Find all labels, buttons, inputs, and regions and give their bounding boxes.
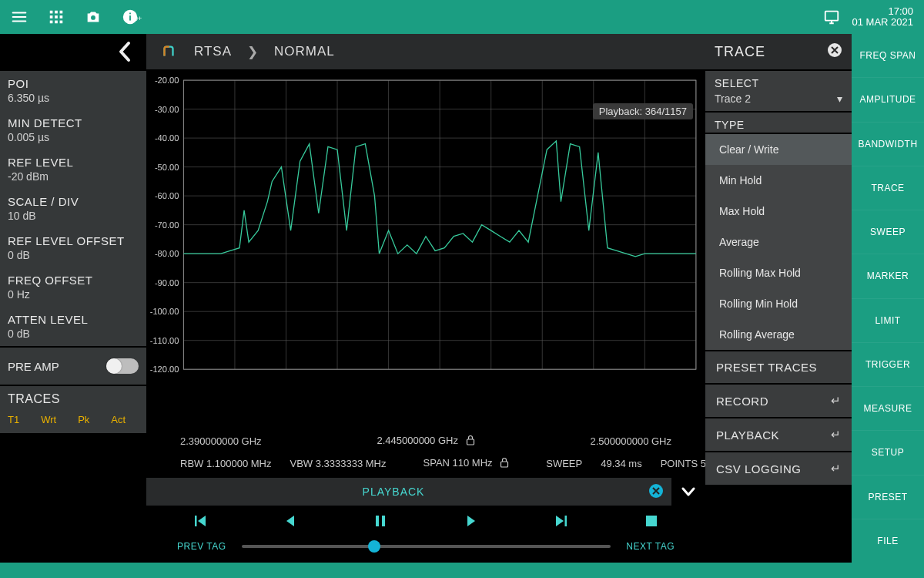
trace-wrt: Wrt [41,414,56,425]
top-bar: 9+ 17:00 01 MAR 2021 [0,0,924,34]
type-option[interactable]: Rolling Average [705,319,852,350]
lock-icon [500,457,509,470]
type-label: TYPE [705,113,852,133]
left-item-4[interactable]: REF LEVEL OFFSET0 dB [0,228,146,267]
type-option[interactable]: Min Hold [705,165,852,196]
playback-position-badge: Playback: 364/1157 [593,103,693,119]
left-item-value: 10 dB [8,210,139,222]
svg-point-9 [91,15,95,20]
left-item-1[interactable]: MIN DETECT0.005 µs [0,110,146,150]
seek-row: PREV TAG NEXT TAG [146,536,705,563]
left-item-value: 0 Hz [8,288,139,301]
menu-freq-span[interactable]: FREQ SPAN [852,34,924,77]
menu-setup[interactable]: SETUP [852,430,924,474]
preset-traces-button[interactable]: PRESET TRACES [705,351,852,383]
menu-sweep[interactable]: SWEEP [852,210,924,254]
type-options: Clear / WriteMin HoldMax HoldAverageRoll… [705,134,852,350]
trace-panel: TRACE SELECT Trace 2 ▾ TYPE Clear / Writ… [705,34,852,563]
left-item-3[interactable]: SCALE / DIV10 dB [0,189,146,228]
trace-select[interactable]: SELECT Trace 2 ▾ [705,71,852,111]
stop-button[interactable] [628,514,675,531]
camera-icon[interactable] [85,8,102,25]
next-tag-button[interactable]: NEXT TAG [626,541,675,552]
menu-amplitude[interactable]: AMPLITUDE [852,77,924,121]
playback-close-button[interactable] [641,483,671,501]
trace-panel-close-button[interactable] [827,42,842,62]
csv-logging-button[interactable]: CSV LOGGING ↵ [705,452,852,485]
seek-slider[interactable] [242,545,611,548]
left-item-value: 6.350 µs [8,92,139,104]
left-item-2[interactable]: REF LEVEL-20 dBm [0,150,146,189]
trace-panel-title: TRACE [715,44,765,60]
mode-icon[interactable] [159,42,179,62]
menu-icon[interactable] [11,8,28,25]
left-item-6[interactable]: ATTEN LEVEL0 dB [0,307,146,346]
span-value: SPAN 110 MHz [424,457,493,469]
back-button[interactable] [0,34,146,69]
menu-measure[interactable]: MEASURE [852,386,924,430]
left-item-5[interactable]: FREQ OFFSET0 Hz [0,267,146,307]
bottom-strip [0,563,924,578]
menu-file[interactable]: FILE [852,519,924,563]
playback-title: PLAYBACK [146,486,641,498]
left-item-0[interactable]: POI6.350 µs [0,71,146,110]
step-forward-button[interactable] [448,513,494,532]
traces-header: TRACES [8,392,139,406]
spectrum-plot[interactable]: -20.00-30.00-40.00-50.00-60.00-70.00-80.… [146,69,705,428]
step-back-button[interactable] [267,513,313,532]
type-option[interactable]: Rolling Max Hold [705,257,852,288]
pause-button[interactable] [357,513,403,532]
svg-text:-30.00: -30.00 [155,105,179,114]
type-option[interactable]: Average [705,227,852,257]
right-menu: FREQ SPANAMPLITUDEBANDWIDTHTRACESWEEPMAR… [852,34,924,563]
notification-badge: 9+ [134,15,142,32]
display-icon[interactable] [823,8,840,25]
skip-start-button[interactable] [177,513,223,532]
trace-select-label: SELECT [715,77,842,89]
menu-trigger[interactable]: TRIGGER [852,342,924,386]
menu-limit[interactable]: LIMIT [852,298,924,342]
svg-rect-48 [467,439,474,445]
traces-section[interactable]: TRACES T1 Wrt Pk Act [0,386,146,433]
left-item-label: REF LEVEL OFFSET [8,234,139,247]
svg-rect-5 [60,15,63,18]
apps-icon[interactable] [48,8,65,25]
svg-text:-90.00: -90.00 [155,278,179,287]
menu-marker[interactable]: MARKER [852,254,924,297]
breadcrumb-rtsa[interactable]: RTSA [194,44,232,59]
preamp-label: PRE AMP [8,360,59,373]
collapse-button[interactable] [671,478,705,506]
prev-tag-button[interactable]: PREV TAG [177,541,226,552]
sweep-label: SWEEP [546,458,582,469]
type-option[interactable]: Max Hold [705,196,852,227]
svg-text:-100.00: -100.00 [150,307,179,316]
menu-preset[interactable]: PRESET [852,475,924,519]
left-item-label: FREQ OFFSET [8,274,139,287]
record-button[interactable]: RECORD ↵ [705,385,852,417]
switch-off-icon [106,358,139,374]
menu-bandwidth[interactable]: BANDWIDTH [852,122,924,166]
preamp-toggle[interactable]: PRE AMP [0,348,146,385]
clock: 17:00 01 MAR 2021 [852,6,914,29]
left-item-label: ATTEN LEVEL [8,313,139,326]
svg-rect-0 [50,11,53,14]
left-item-label: POI [8,77,139,90]
playback-button[interactable]: PLAYBACK ↵ [705,418,852,451]
breadcrumb-normal[interactable]: NORMAL [274,44,335,59]
svg-text:-40.00: -40.00 [155,133,179,143]
left-item-value: 0.005 µs [8,131,139,143]
left-item-label: MIN DETECT [8,116,139,129]
menu-trace[interactable]: TRACE [852,166,924,210]
svg-rect-4 [55,15,58,18]
svg-rect-3 [50,15,53,18]
parameter-row: RBW 1.100000 MHz VBW 3.3333333 MHz SPAN … [146,452,705,478]
type-option[interactable]: Rolling Min Hold [705,288,852,319]
skip-end-button[interactable] [538,513,584,532]
info-icon[interactable]: 9+ [122,8,146,25]
breadcrumb: RTSA ❯ NORMAL [146,34,705,69]
svg-rect-8 [60,21,63,24]
svg-rect-12 [129,13,131,15]
type-option[interactable]: Clear / Write [705,134,852,165]
enter-icon: ↵ [831,394,842,408]
svg-rect-6 [50,21,53,24]
